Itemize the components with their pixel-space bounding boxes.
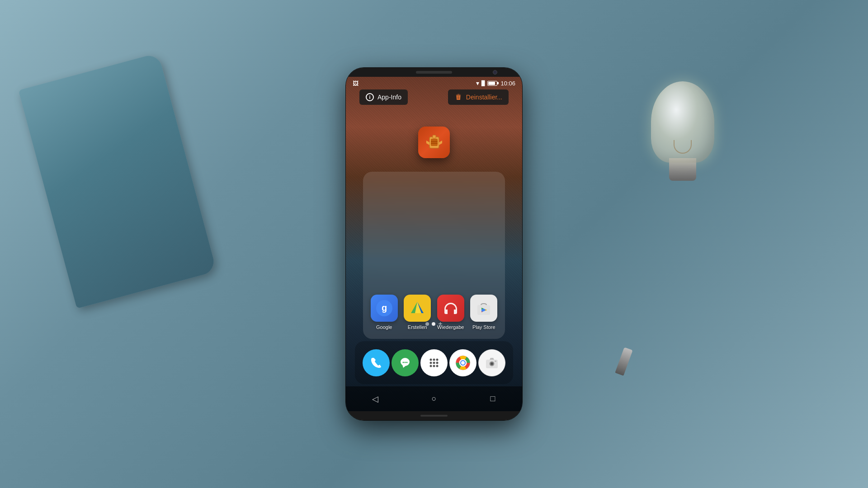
context-menu: i App-Info Deinstallier...: [359, 89, 509, 105]
signal-icon: ▉: [481, 80, 485, 86]
dock-camera[interactable]: [478, 349, 505, 376]
recents-button[interactable]: □: [484, 390, 502, 408]
info-icon: i: [366, 93, 374, 101]
page-dot-1[interactable]: [425, 322, 429, 326]
svg-point-22: [436, 358, 439, 361]
svg-point-27: [433, 365, 435, 367]
phone-speaker: [416, 71, 452, 74]
phone-call-icon: [363, 349, 390, 376]
svg-point-28: [436, 365, 439, 367]
dock: [355, 341, 513, 384]
phone-device: 🖼 ▾ ▉ 10:06 i App-Info Deinstallier: [346, 68, 522, 420]
svg-point-20: [430, 358, 432, 361]
svg-point-17: [403, 361, 404, 363]
dock-chrome[interactable]: [449, 349, 476, 376]
wiedergabe-icon: [437, 295, 464, 322]
app-logo-svg: [424, 132, 444, 153]
battery-icon: [487, 81, 497, 86]
uninstall-button[interactable]: Deinstallier...: [448, 89, 509, 105]
svg-text:g: g: [382, 303, 387, 313]
phone-bottom-bar: [346, 411, 522, 420]
status-bar: 🖼 ▾ ▉ 10:06: [346, 77, 522, 89]
svg-point-19: [406, 361, 408, 363]
launcher-icon: [420, 349, 448, 376]
hangouts-icon: [392, 349, 419, 376]
status-right: ▾ ▉ 10:06: [476, 80, 515, 87]
svg-point-34: [461, 361, 465, 365]
notification-icon: 🖼: [353, 80, 359, 87]
dragged-app-icon[interactable]: [418, 127, 450, 158]
time-display: 10:06: [500, 80, 515, 87]
dock-launcher[interactable]: [420, 349, 448, 376]
svg-rect-39: [495, 361, 496, 362]
nav-bar: ◁ ○ □: [346, 386, 522, 411]
phone-screen: 🖼 ▾ ▉ 10:06 i App-Info Deinstallier: [346, 77, 522, 411]
chrome-icon: [449, 349, 476, 376]
svg-point-26: [430, 365, 432, 367]
status-left: 🖼: [353, 80, 359, 87]
svg-point-38: [491, 363, 493, 364]
uninstall-label: Deinstallier...: [466, 94, 502, 101]
phone-camera: [493, 70, 497, 75]
wifi-icon: ▾: [476, 80, 479, 87]
app-info-label: App-Info: [377, 94, 401, 101]
app-info-button[interactable]: i App-Info: [359, 89, 408, 105]
svg-point-21: [433, 358, 435, 361]
dock-phone[interactable]: [363, 349, 390, 376]
bg-bulb-decoration: [642, 81, 723, 199]
google-icon: g: [371, 295, 398, 322]
page-dot-plus[interactable]: +: [438, 320, 442, 328]
svg-rect-2: [433, 135, 436, 138]
phone-bottom-speaker: [420, 415, 448, 417]
trash-icon: [454, 93, 462, 101]
page-indicators: +: [346, 320, 522, 328]
svg-point-24: [433, 361, 435, 364]
phone-top-bar: [346, 68, 522, 77]
page-dot-2[interactable]: [432, 322, 435, 326]
camera-icon: [478, 349, 505, 376]
back-button[interactable]: ◁: [366, 390, 384, 408]
svg-point-23: [430, 361, 432, 364]
home-button[interactable]: ○: [425, 390, 443, 408]
drive-icon: [404, 295, 431, 322]
folder-widget[interactable]: g Google Erstellen: [363, 172, 505, 339]
svg-rect-1: [431, 139, 438, 146]
svg-point-18: [405, 361, 406, 363]
svg-point-25: [436, 361, 439, 364]
playstore-icon: [470, 295, 497, 322]
dock-hangouts[interactable]: [392, 349, 419, 376]
